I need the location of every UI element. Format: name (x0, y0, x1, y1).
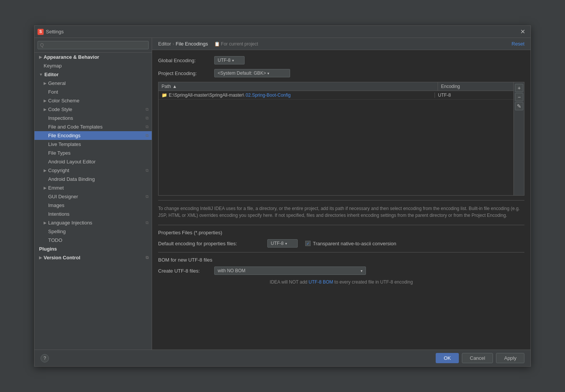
default-encoding-value: UTF-8 (271, 241, 284, 246)
table-rows: 📁E:\SpringAll-master\SpringAll-master\02… (159, 91, 513, 100)
sidebar-item-font[interactable]: Font (35, 88, 152, 96)
arrow-icon: ▶ (44, 107, 47, 111)
sidebar-item-live-templates[interactable]: Live Templates (35, 140, 152, 149)
path-prefix: E:\SpringAll-master\SpringAll-master\ (169, 93, 244, 98)
path-bold: 02.Spring-Boot-Config (246, 93, 291, 98)
sidebar-item-android-data[interactable]: Android Data Binding (35, 175, 152, 183)
arrow-icon: ▶ (44, 186, 47, 190)
encoding-cell: UTF-8 (435, 93, 510, 98)
right-panel: Editor › File Encodings 📋For current pro… (152, 38, 530, 350)
sidebar-item-version-control[interactable]: ▶ Version Control⧉ (35, 253, 152, 262)
sidebar-item-label: Android Data Binding (48, 176, 95, 182)
copy-icon: ⧉ (146, 107, 149, 112)
sidebar-item-gui-designer[interactable]: GUI Designer⧉ (35, 192, 152, 201)
project-encoding-label: Project Encoding: (158, 71, 211, 76)
project-encoding-dropdown[interactable]: <System Default: GBK> ▾ (214, 69, 290, 77)
transparent-checkbox[interactable]: ✓ (305, 241, 311, 246)
sidebar-item-emmet[interactable]: ▶ Emmet (35, 183, 152, 192)
copy-icon: ⧉ (146, 194, 149, 199)
cancel-button[interactable]: Cancel (462, 353, 493, 363)
encoding-table: Path ▲ Encoding 📁E:\SpringAll-master\Spr… (159, 82, 513, 195)
panel-body: Global Encoding: UTF-8 ▾ Project Encodin… (152, 50, 530, 350)
sidebar-item-copyright[interactable]: ▶ Copyright⧉ (35, 166, 152, 175)
arrow-icon: ▶ (44, 81, 47, 85)
reset-button[interactable]: Reset (512, 41, 524, 47)
copy-icon: ⧉ (146, 220, 149, 225)
global-encoding-row: Global Encoding: UTF-8 ▾ (158, 56, 524, 64)
folder-icon: 📁 (162, 93, 167, 98)
sidebar-item-label: Android Layout Editor (48, 159, 96, 165)
copy-icon: ⧉ (146, 116, 149, 121)
nav-list: ▶ Appearance & BehaviorKeymap▼ Editor▶ G… (35, 53, 152, 262)
help-button[interactable]: ? (41, 354, 49, 362)
remove-path-button[interactable]: − (515, 93, 523, 101)
create-utf8-arrow: ▾ (361, 269, 363, 273)
sidebar-item-plugins[interactable]: Plugins (35, 245, 152, 253)
ok-button[interactable]: OK (436, 353, 459, 363)
breadcrumb-current: File Encodings (176, 41, 208, 47)
copy-icon: ⧉ (146, 168, 149, 173)
sidebar-item-spelling[interactable]: Spelling (35, 227, 152, 236)
search-input[interactable] (38, 41, 149, 49)
global-encoding-dropdown[interactable]: UTF-8 ▾ (214, 56, 245, 64)
sidebar-item-label: TODO (48, 237, 62, 243)
create-utf8-dropdown[interactable]: with NO BOM ▾ (214, 267, 366, 275)
bom-section-title: BOM for new UTF-8 files (158, 257, 524, 263)
sidebar-item-file-code-templates[interactable]: File and Code Templates⧉ (35, 122, 152, 131)
arrow-icon: ▶ (44, 168, 47, 172)
sidebar-item-color-scheme[interactable]: ▶ Color Scheme (35, 96, 152, 105)
sidebar-item-file-types[interactable]: File Types (35, 149, 152, 157)
app-icon: S (38, 29, 44, 35)
sidebar-item-editor[interactable]: ▼ Editor (35, 70, 152, 79)
sidebar-item-file-encodings[interactable]: File Encodings⧉ (35, 131, 152, 140)
sidebar-item-label: Font (48, 89, 58, 95)
table-action-buttons: + − ✎ (513, 82, 524, 195)
encoding-table-container: Path ▲ Encoding 📁E:\SpringAll-master\Spr… (158, 82, 524, 196)
copy-icon: ⧉ (146, 255, 149, 260)
sidebar-item-lang-injections[interactable]: ▶ Language Injections⧉ (35, 218, 152, 227)
close-button[interactable]: ✕ (518, 27, 527, 36)
copy-icon: ⧉ (146, 124, 149, 129)
table-header: Path ▲ Encoding (159, 82, 513, 91)
col-encoding-header: Encoding (438, 82, 513, 91)
for-project-label: 📋For current project (214, 41, 258, 47)
sidebar-item-appearance[interactable]: ▶ Appearance & Behavior (35, 53, 152, 61)
path-cell: 📁E:\SpringAll-master\SpringAll-master\02… (162, 93, 435, 98)
sidebar-item-label: Inspections (48, 115, 73, 121)
bom-note: IDEA will NOT add UTF-8 BOM to every cre… (158, 279, 524, 285)
sidebar-item-label: File Types (48, 150, 71, 156)
global-encoding-value: UTF-8 (218, 58, 231, 63)
sidebar-item-intentions[interactable]: Intentions (35, 210, 152, 218)
search-box (35, 38, 152, 53)
sidebar-item-code-style[interactable]: ▶ Code Style⧉ (35, 105, 152, 114)
sidebar-item-label: Spelling (48, 229, 66, 234)
global-encoding-label: Global Encoding: (158, 58, 211, 63)
table-row[interactable]: 📁E:\SpringAll-master\SpringAll-master\02… (159, 91, 513, 100)
add-path-button[interactable]: + (515, 84, 523, 92)
sidebar-item-label: File and Code Templates (48, 124, 103, 130)
sidebar-item-images[interactable]: Images (35, 201, 152, 210)
sidebar-item-general[interactable]: ▶ General (35, 79, 152, 88)
sidebar-item-label: Plugins (39, 246, 57, 252)
transparent-label: Transparent native-to-ascii conversion (313, 241, 396, 246)
copy-icon: ⧉ (146, 133, 149, 138)
bom-link[interactable]: UTF-8 BOM (309, 279, 333, 285)
separator-1 (158, 225, 524, 225)
sidebar-item-inspections[interactable]: Inspections⧉ (35, 114, 152, 122)
sidebar-item-keymap[interactable]: Keymap (35, 61, 152, 70)
edit-path-button[interactable]: ✎ (515, 102, 523, 110)
project-encoding-value: <System Default: GBK> (218, 71, 266, 76)
separator-2 (158, 252, 524, 252)
transparent-checkbox-row: ✓ Transparent native-to-ascii conversion (305, 241, 396, 246)
bottom-bar: ? OK Cancel Apply (35, 350, 530, 366)
sidebar-item-label: Version Control (44, 255, 80, 260)
sidebar-item-android-layout[interactable]: Android Layout Editor (35, 157, 152, 166)
apply-button[interactable]: Apply (496, 353, 524, 363)
breadcrumb: Editor › File Encodings (158, 41, 208, 47)
sidebar-item-todo[interactable]: TODO (35, 236, 152, 245)
sidebar-item-label: File Encodings (48, 133, 80, 138)
create-utf8-value: with NO BOM (218, 268, 359, 273)
properties-section-title: Properties Files (*.properties) (158, 230, 524, 235)
sidebar-item-label: Appearance & Behavior (44, 54, 99, 60)
default-encoding-dropdown[interactable]: UTF-8 ▾ (267, 239, 298, 248)
